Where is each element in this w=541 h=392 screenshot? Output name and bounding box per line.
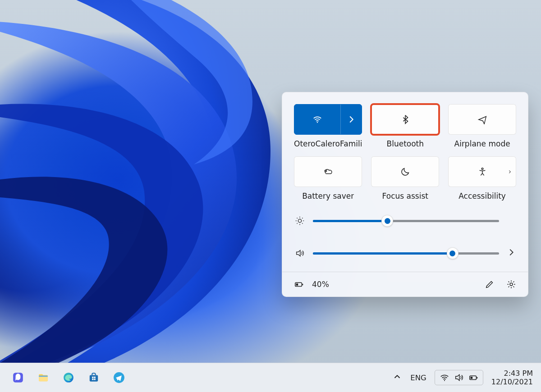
focus-assist-toggle[interactable] bbox=[371, 156, 439, 187]
volume-icon bbox=[454, 373, 464, 383]
quick-settings-tiles: OteroCaleroFamili Bluetooth Airplane mod… bbox=[282, 92, 528, 207]
telegram-app-icon bbox=[113, 372, 125, 383]
quick-settings-panel: OteroCaleroFamili Bluetooth Airplane mod… bbox=[282, 92, 528, 297]
svg-rect-11 bbox=[90, 375, 98, 382]
svg-rect-20 bbox=[470, 377, 472, 379]
airplane-mode-toggle[interactable] bbox=[448, 104, 516, 135]
wifi-toggle-main[interactable] bbox=[294, 105, 340, 134]
chevron-right-icon bbox=[506, 247, 516, 257]
focus-assist-icon bbox=[400, 167, 410, 177]
wifi-toggle[interactable] bbox=[294, 104, 362, 135]
wifi-label: OteroCaleroFamili bbox=[294, 139, 362, 148]
battery-saver-icon bbox=[323, 167, 333, 177]
brightness-slider-thumb[interactable] bbox=[381, 215, 393, 227]
bluetooth-toggle[interactable] bbox=[371, 104, 439, 135]
svg-rect-19 bbox=[477, 377, 477, 379]
taskbar: ENG 2:43 PM 12/10/2021 bbox=[0, 363, 541, 392]
clock-time: 2:43 PM bbox=[491, 369, 533, 378]
chevron-up-icon bbox=[392, 372, 402, 382]
svg-rect-13 bbox=[94, 377, 96, 378]
taskbar-clock[interactable]: 2:43 PM 12/10/2021 bbox=[491, 369, 533, 386]
airplane-icon bbox=[477, 114, 487, 124]
battery-icon bbox=[294, 279, 304, 289]
settings-button[interactable] bbox=[503, 278, 520, 291]
accessibility-label: Accessibility bbox=[458, 191, 506, 201]
edit-quick-settings-button[interactable] bbox=[481, 278, 498, 291]
gear-icon bbox=[506, 279, 516, 289]
wifi-icon bbox=[312, 114, 322, 124]
pencil-icon bbox=[485, 279, 495, 289]
accessibility-icon bbox=[477, 167, 487, 177]
chevron-right-icon: › bbox=[509, 168, 511, 176]
svg-rect-9 bbox=[39, 376, 48, 377]
svg-point-2 bbox=[481, 168, 483, 170]
battery-saver-toggle[interactable] bbox=[294, 156, 362, 187]
chat-app-icon bbox=[12, 372, 24, 383]
volume-icon bbox=[295, 248, 305, 258]
wifi-expand-button[interactable] bbox=[341, 105, 362, 134]
store-app-icon bbox=[88, 372, 100, 383]
taskbar-app-explorer[interactable] bbox=[33, 368, 53, 387]
wifi-icon bbox=[440, 373, 449, 383]
battery-saver-label: Battery saver bbox=[302, 191, 354, 201]
edge-app-icon bbox=[63, 372, 74, 383]
accessibility-toggle[interactable]: › bbox=[448, 156, 516, 187]
svg-point-1 bbox=[325, 170, 326, 172]
brightness-slider[interactable] bbox=[313, 220, 499, 222]
svg-rect-14 bbox=[92, 378, 93, 380]
quick-settings-footer: 40% bbox=[282, 272, 528, 296]
clock-date: 12/10/2021 bbox=[491, 378, 533, 386]
volume-slider[interactable] bbox=[313, 252, 499, 255]
svg-rect-12 bbox=[92, 377, 93, 378]
system-tray: ENG 2:43 PM 12/10/2021 bbox=[392, 369, 533, 386]
tray-overflow-button[interactable] bbox=[392, 372, 402, 383]
tray-system-icons[interactable] bbox=[435, 370, 483, 385]
taskbar-app-chat[interactable] bbox=[8, 368, 28, 387]
volume-slider-thumb[interactable] bbox=[447, 247, 458, 259]
svg-point-3 bbox=[298, 219, 301, 222]
bluetooth-label: Bluetooth bbox=[387, 139, 424, 148]
svg-point-0 bbox=[317, 122, 318, 123]
svg-point-17 bbox=[444, 380, 445, 381]
taskbar-apps bbox=[8, 368, 129, 387]
battery-percent-text: 40% bbox=[312, 280, 329, 289]
battery-icon bbox=[468, 373, 478, 383]
brightness-icon bbox=[295, 216, 305, 226]
svg-rect-15 bbox=[94, 378, 96, 380]
language-indicator[interactable]: ENG bbox=[410, 374, 426, 382]
battery-status[interactable] bbox=[290, 278, 307, 291]
volume-output-button[interactable] bbox=[506, 247, 516, 259]
taskbar-app-telegram[interactable] bbox=[109, 368, 129, 387]
bluetooth-icon bbox=[400, 114, 410, 124]
chevron-right-icon bbox=[346, 114, 356, 124]
folder-app-icon bbox=[37, 372, 49, 383]
taskbar-app-edge[interactable] bbox=[59, 368, 78, 387]
focus-assist-label: Focus assist bbox=[382, 191, 428, 201]
svg-rect-6 bbox=[296, 283, 298, 286]
airplane-mode-label: Airplane mode bbox=[454, 139, 510, 148]
svg-rect-5 bbox=[302, 284, 303, 286]
svg-point-7 bbox=[510, 283, 513, 286]
taskbar-app-store[interactable] bbox=[84, 368, 104, 387]
